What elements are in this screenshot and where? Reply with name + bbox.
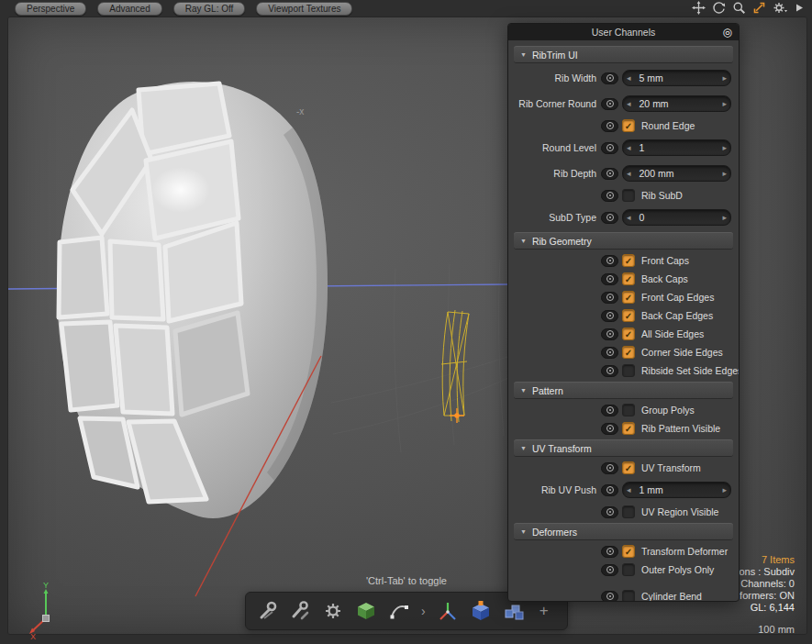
channel-row-subd-type: SubD Type◂0▸: [514, 205, 733, 230]
chevron-separator-icon[interactable]: ›: [420, 604, 427, 618]
tool-wrench-b-icon[interactable]: [288, 599, 312, 623]
add-tool-button[interactable]: +: [535, 602, 553, 620]
channel-connect-button[interactable]: [601, 120, 618, 132]
channel-value[interactable]: 200 mm: [635, 168, 719, 179]
increment-arrow-icon[interactable]: ▸: [718, 169, 730, 178]
channel-connect-button[interactable]: [601, 292, 618, 304]
channel-connect-button[interactable]: [601, 564, 618, 576]
ray-gl-button[interactable]: Ray GL: Off: [173, 2, 246, 16]
section-header-deformers[interactable]: ▼Deformers: [514, 523, 733, 540]
checkbox-back-caps[interactable]: ✓: [622, 272, 635, 285]
channel-connect-button[interactable]: [601, 212, 618, 224]
channel-connect-button[interactable]: [601, 423, 618, 435]
channel-haul-icon[interactable]: ◎: [723, 25, 732, 39]
top-toolbar-buttons: PerspectiveAdvancedRay GL: OffViewport T…: [15, 2, 352, 16]
section-header-uv-transform[interactable]: ▼UV Transform: [514, 439, 733, 457]
axis-x-label: X: [30, 632, 36, 639]
checkbox-group-polys[interactable]: [622, 404, 635, 416]
channel-label: Round Edge: [641, 120, 695, 131]
section-header-pattern[interactable]: ▼Pattern: [514, 382, 733, 399]
channel-value[interactable]: 1 mm: [635, 484, 719, 495]
panel-arrow-icon[interactable]: [794, 1, 805, 15]
decrement-arrow-icon[interactable]: ◂: [623, 99, 635, 108]
channel-connect-button[interactable]: [601, 591, 618, 602]
channel-connect-button[interactable]: [601, 310, 618, 322]
channel-value[interactable]: 0: [635, 212, 719, 223]
viewport-textures-button[interactable]: Viewport Textures: [256, 2, 352, 16]
channel-connect-button[interactable]: [601, 255, 618, 267]
pan-icon[interactable]: [692, 1, 706, 15]
checkbox-all-side-edges[interactable]: ✓: [622, 328, 635, 340]
channel-value[interactable]: 20 mm: [635, 98, 719, 109]
tool-axes-icon[interactable]: [436, 599, 460, 623]
checkbox-round-edge[interactable]: ✓: [622, 119, 635, 132]
tool-cube-green-icon[interactable]: [354, 599, 378, 623]
channel-value[interactable]: 5 mm: [635, 72, 719, 83]
channel-connect-button[interactable]: [601, 546, 618, 558]
checkbox-uv-region-visible[interactable]: [622, 505, 635, 518]
value-minislider-rib-depth[interactable]: ◂200 mm▸: [622, 165, 731, 182]
channel-connect-button[interactable]: [601, 506, 618, 518]
value-minislider-round-level[interactable]: ◂1▸: [622, 139, 731, 156]
increment-arrow-icon[interactable]: ▸: [718, 73, 730, 83]
checkbox-front-caps[interactable]: ✓: [622, 254, 635, 267]
channel-connect-button[interactable]: [601, 365, 618, 377]
channel-connect-button[interactable]: [601, 273, 618, 285]
tool-wrench-a-icon[interactable]: [255, 599, 279, 623]
channel-row-group-polys: Group Polys: [514, 401, 733, 419]
checkbox-uv-transform[interactable]: ✓: [622, 461, 635, 474]
tool-array-icon[interactable]: [502, 599, 526, 623]
channel-connect-button[interactable]: [601, 98, 618, 110]
decrement-arrow-icon[interactable]: ◂: [623, 213, 635, 222]
increment-arrow-icon[interactable]: ▸: [718, 213, 730, 222]
tool-gear-icon[interactable]: [321, 599, 345, 623]
channel-connect-button[interactable]: [601, 168, 618, 180]
perspective-button[interactable]: Perspective: [15, 2, 86, 16]
decrement-arrow-icon[interactable]: ◂: [623, 485, 635, 494]
channel-connect-button[interactable]: [601, 484, 618, 496]
tool-curve-icon[interactable]: [387, 599, 411, 623]
value-minislider-rib-uv-push[interactable]: ◂1 mm▸: [622, 482, 731, 498]
increment-arrow-icon[interactable]: ▸: [718, 99, 730, 108]
zoom-icon[interactable]: [732, 1, 746, 15]
checkbox-outer-polys-only[interactable]: [622, 563, 635, 576]
value-minislider-subd-type[interactable]: ◂0▸: [622, 209, 731, 226]
decrement-arrow-icon[interactable]: ◂: [623, 143, 635, 152]
increment-arrow-icon[interactable]: ▸: [718, 143, 730, 152]
channel-row-front-caps: ✓Front Caps: [514, 251, 733, 270]
channel-connect-button[interactable]: [601, 328, 618, 340]
channel-row-round-level: Round Level◂1▸: [514, 135, 733, 161]
decrement-arrow-icon[interactable]: ◂: [623, 73, 635, 83]
checkbox-corner-side-edges[interactable]: ✓: [622, 346, 635, 359]
checkbox-front-cap-edges[interactable]: ✓: [622, 291, 635, 304]
section-label: Deformers: [532, 527, 577, 538]
advanced-button[interactable]: Advanced: [97, 2, 161, 16]
increment-arrow-icon[interactable]: ▸: [718, 485, 730, 494]
maximize-icon[interactable]: [752, 1, 766, 15]
section-header-rib-geometry[interactable]: ▼Rib Geometry: [514, 232, 733, 250]
checkbox-rib-pattern-visible[interactable]: ✓: [622, 422, 635, 435]
checkbox-transform-deformer[interactable]: ✓: [622, 545, 635, 558]
channel-connect-button[interactable]: [601, 347, 618, 359]
checkbox-ribside-set-side-edges[interactable]: [622, 364, 635, 377]
channel-connect-button[interactable]: [601, 72, 618, 84]
decrement-arrow-icon[interactable]: ◂: [623, 169, 635, 178]
tool-cube-blue-icon[interactable]: [469, 599, 493, 623]
channel-label: Rib Corner Round: [516, 98, 601, 109]
channel-connect-button[interactable]: [601, 190, 618, 202]
section-header-ribtrim-ui[interactable]: ▼RibTrim UI: [514, 46, 733, 63]
section-label: Rib Geometry: [532, 236, 592, 247]
checkbox-rib-subd[interactable]: [622, 189, 635, 202]
channel-value[interactable]: 1: [635, 142, 719, 153]
channel-connect-button[interactable]: [601, 142, 618, 154]
value-minislider-rib-corner-round[interactable]: ◂20 mm▸: [622, 95, 731, 112]
checkbox-cylinder-bend[interactable]: [622, 590, 635, 601]
wireframe-cage[interactable]: [441, 310, 469, 422]
settings-gear-icon[interactable]: [773, 1, 787, 15]
channel-connect-button[interactable]: [601, 405, 618, 416]
channel-connect-button[interactable]: [601, 462, 618, 474]
checkbox-back-cap-edges[interactable]: ✓: [622, 309, 635, 322]
panel-title-bar[interactable]: User Channels ◎: [508, 24, 739, 40]
orbit-icon[interactable]: [712, 1, 726, 15]
value-minislider-rib-width[interactable]: ◂5 mm▸: [622, 70, 731, 86]
